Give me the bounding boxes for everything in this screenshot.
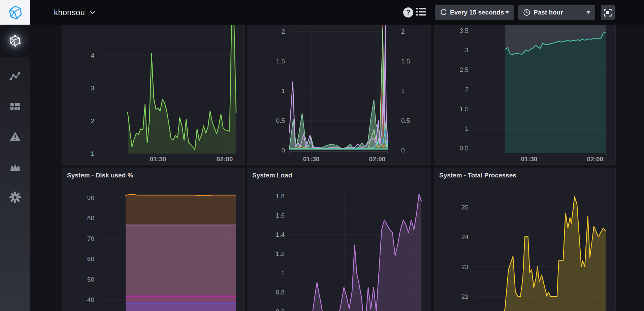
svg-text:1.5: 1.5 xyxy=(276,58,285,65)
svg-text:4: 4 xyxy=(91,52,94,59)
dashboard-list-icon[interactable] xyxy=(416,7,426,18)
refresh-interval-label: Every 15 seconds xyxy=(450,9,504,16)
svg-text:3.5: 3.5 xyxy=(460,27,469,34)
svg-text:1: 1 xyxy=(91,150,94,157)
svg-text:3: 3 xyxy=(91,85,94,92)
svg-text:90: 90 xyxy=(87,194,94,201)
svg-text:1.5: 1.5 xyxy=(401,58,410,65)
line-graph-icon xyxy=(9,71,21,81)
panel-2[interactable]: 221.51.5110.50.50001:3002:00 xyxy=(247,25,431,165)
panel-title[interactable]: System - Total Processes xyxy=(434,168,615,183)
caret-down-icon xyxy=(505,11,509,14)
svg-text:1.8: 1.8 xyxy=(276,193,285,200)
crown-icon xyxy=(9,163,21,172)
svg-text:3: 3 xyxy=(465,47,469,54)
svg-text:80: 80 xyxy=(87,215,94,222)
svg-text:1.5: 1.5 xyxy=(460,106,469,113)
svg-text:1: 1 xyxy=(401,87,405,94)
clock-icon xyxy=(523,9,530,16)
sidebar-item-dashboards[interactable] xyxy=(0,91,30,122)
network-dashboard-icon xyxy=(9,35,21,47)
gear-icon xyxy=(9,191,21,203)
kiosk-icon xyxy=(604,8,612,17)
grafana-logo-icon xyxy=(7,4,24,21)
svg-text:01:30: 01:30 xyxy=(521,156,538,163)
svg-text:1.4: 1.4 xyxy=(276,231,285,238)
panel-3[interactable]: 3.532.521.510.501:3002:00 xyxy=(434,25,616,165)
panel-total-processes[interactable]: System - Total Processes 25242322 xyxy=(434,168,616,311)
chart-p4[interactable]: 908070605040 xyxy=(62,168,245,311)
chart-p6[interactable]: 25242322 xyxy=(434,168,616,311)
dashboards-blocks-icon xyxy=(9,102,21,111)
svg-text:2: 2 xyxy=(401,28,405,35)
svg-text:50: 50 xyxy=(87,276,94,283)
svg-text:40: 40 xyxy=(87,296,94,303)
time-range-label: Past hour xyxy=(534,9,563,16)
svg-text:2: 2 xyxy=(91,117,94,124)
svg-text:1.2: 1.2 xyxy=(276,250,285,257)
list-icon xyxy=(416,7,426,16)
svg-text:1: 1 xyxy=(465,125,469,132)
sidebar-item-network-dashboard[interactable] xyxy=(0,25,30,57)
svg-text:0.8: 0.8 xyxy=(276,289,285,296)
sidebar-item-settings[interactable] xyxy=(0,182,30,213)
svg-text:22: 22 xyxy=(461,293,469,300)
svg-text:1.6: 1.6 xyxy=(276,212,285,219)
svg-text:25: 25 xyxy=(461,204,469,211)
panel-title[interactable]: System Load xyxy=(247,168,431,183)
svg-text:2: 2 xyxy=(465,86,469,93)
svg-text:01:30: 01:30 xyxy=(303,156,320,163)
help-icon[interactable]: ? xyxy=(403,7,413,18)
svg-text:0.5: 0.5 xyxy=(276,117,285,124)
svg-text:0.6: 0.6 xyxy=(276,308,285,311)
header-actions: ? Every 15 seconds xyxy=(30,0,644,25)
chart-p1[interactable]: 432101:3002:00 xyxy=(62,25,245,165)
caret-down-icon xyxy=(586,11,590,14)
svg-text:02:00: 02:00 xyxy=(369,156,386,163)
svg-text:0.5: 0.5 xyxy=(401,117,410,124)
svg-text:70: 70 xyxy=(87,235,94,242)
chart-p2[interactable]: 221.51.5110.50.50001:3002:00 xyxy=(247,25,431,165)
sidebar-item-admin[interactable] xyxy=(0,152,30,182)
panel-1[interactable]: 432101:3002:00 xyxy=(62,25,245,165)
svg-text:02:00: 02:00 xyxy=(217,156,233,163)
svg-text:1: 1 xyxy=(281,270,285,277)
warning-triangle-icon xyxy=(9,131,21,142)
kiosk-mode-button[interactable] xyxy=(601,5,615,20)
svg-text:0: 0 xyxy=(401,147,405,154)
help-glyph: ? xyxy=(406,8,410,16)
chart-p3[interactable]: 3.532.521.510.501:3002:00 xyxy=(434,25,616,165)
panel-system-load[interactable]: System Load 1.81.61.41.210.80.6 xyxy=(247,168,431,311)
app-logo[interactable] xyxy=(0,0,30,25)
panel-disk-used[interactable]: System - Disk used % 908070605040 xyxy=(62,168,245,311)
refresh-interval-dropdown[interactable]: Every 15 seconds xyxy=(435,5,514,20)
svg-text:1: 1 xyxy=(281,87,285,94)
top-header: khonsou ? Every 15 seconds xyxy=(30,0,644,25)
sidebar-item-alerting[interactable] xyxy=(0,121,30,152)
svg-text:2.5: 2.5 xyxy=(460,66,469,73)
svg-text:02:00: 02:00 xyxy=(587,156,604,163)
svg-text:24: 24 xyxy=(461,233,469,241)
svg-text:60: 60 xyxy=(87,255,94,262)
svg-text:01:30: 01:30 xyxy=(150,156,166,163)
svg-text:23: 23 xyxy=(461,263,469,271)
time-range-dropdown[interactable]: Past hour xyxy=(518,5,595,20)
svg-text:0.5: 0.5 xyxy=(460,145,469,152)
svg-text:0: 0 xyxy=(281,147,285,154)
panel-title[interactable]: System - Disk used % xyxy=(62,168,245,183)
sidebar-item-explore[interactable] xyxy=(0,61,30,91)
sidebar xyxy=(0,0,30,311)
refresh-icon xyxy=(440,9,447,16)
svg-text:2: 2 xyxy=(281,28,285,35)
chart-p5[interactable]: 1.81.61.41.210.80.6 xyxy=(247,168,431,311)
